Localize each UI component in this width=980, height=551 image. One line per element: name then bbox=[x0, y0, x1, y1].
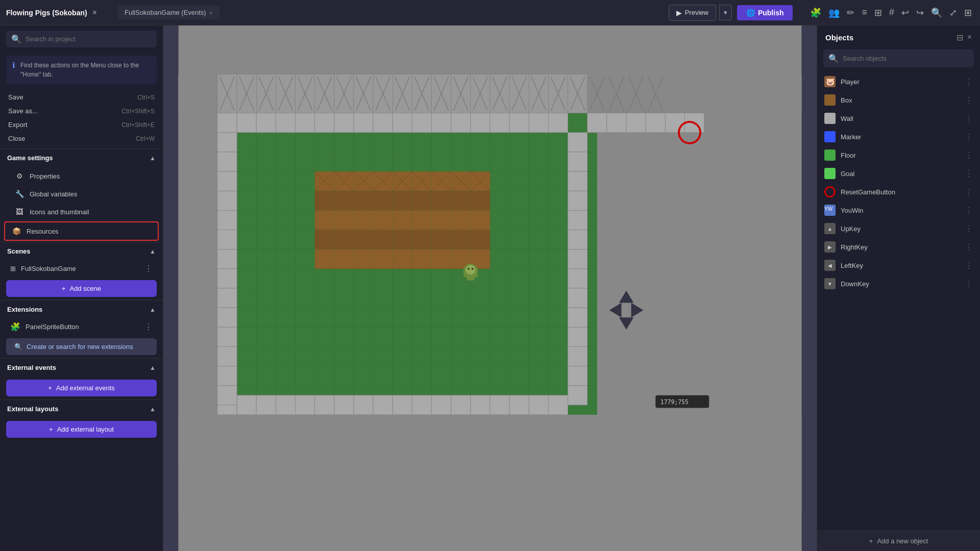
scene-more-icon[interactable]: ⋮ bbox=[144, 264, 153, 273]
menu-export[interactable]: Export Ctrl+Shift+E bbox=[6, 118, 157, 132]
add-object-plus-icon: + bbox=[869, 537, 873, 545]
object-down-key[interactable]: ▼ DownKey ⋮ bbox=[817, 274, 980, 293]
svg-rect-204 bbox=[373, 230, 393, 249]
filter-icon[interactable]: ⊟ bbox=[957, 33, 963, 42]
svg-rect-108 bbox=[568, 133, 587, 152]
right-panel: Objects ⊟ × 🔍 🐷 Player ⋮ Box ⋮ bbox=[817, 26, 980, 551]
rightkey-more-icon[interactable]: ⋮ bbox=[965, 242, 973, 252]
svg-rect-185 bbox=[354, 191, 373, 210]
upkey-more-icon[interactable]: ⋮ bbox=[965, 224, 973, 234]
svg-rect-63 bbox=[315, 113, 334, 133]
svg-rect-198 bbox=[432, 210, 451, 230]
properties-item[interactable]: ⚙ Properties bbox=[4, 167, 159, 185]
marker-more-icon[interactable]: ⋮ bbox=[965, 132, 973, 142]
events-tab[interactable]: FullSokobanGame (Events) × bbox=[117, 6, 219, 19]
zoom-out-icon[interactable]: 🔍 bbox=[929, 5, 944, 20]
panel-toolbar: ⊟ × bbox=[957, 33, 972, 42]
menu-close[interactable]: Close Ctrl+W bbox=[6, 132, 157, 145]
object-floor[interactable]: Floor ⋮ bbox=[817, 146, 980, 164]
downkey-more-icon[interactable]: ⋮ bbox=[965, 279, 973, 289]
game-settings-header[interactable]: Game settings ▲ bbox=[0, 149, 163, 167]
svg-rect-205 bbox=[393, 230, 412, 249]
svg-rect-60 bbox=[256, 113, 276, 133]
svg-rect-94 bbox=[217, 133, 237, 152]
close-window-icon[interactable]: × bbox=[92, 8, 97, 17]
leftkey-more-icon[interactable]: ⋮ bbox=[965, 261, 973, 270]
extension-more-icon[interactable]: ⋮ bbox=[144, 322, 153, 332]
undo-icon[interactable]: ↩ bbox=[899, 5, 911, 20]
svg-rect-73 bbox=[509, 113, 529, 133]
object-right-key[interactable]: ▶ RightKey ⋮ bbox=[817, 238, 980, 256]
svg-rect-96 bbox=[217, 171, 237, 191]
pencil-icon[interactable]: ✏ bbox=[845, 5, 856, 20]
object-left-key[interactable]: ◀ LeftKey ⋮ bbox=[817, 256, 980, 274]
object-up-key[interactable]: ▲ UpKey ⋮ bbox=[817, 219, 980, 238]
scenes-chevron-icon: ▲ bbox=[150, 248, 156, 255]
search-extensions-button[interactable]: 🔍 Create or search for new extensions bbox=[6, 338, 157, 355]
resources-item[interactable]: 📦 Resources bbox=[4, 221, 159, 241]
canvas-area[interactable]: 1779;755 bbox=[163, 26, 817, 551]
right-key-label: RightKey bbox=[841, 243, 960, 251]
full-sokoban-scene[interactable]: ⊞ FullSokobanGame ⋮ bbox=[0, 260, 163, 277]
object-player[interactable]: 🐷 Player ⋮ bbox=[817, 72, 980, 91]
panel-sprite-button-item[interactable]: 🧩 PanelSpriteButton ⋮ bbox=[0, 318, 163, 335]
preview-button[interactable]: ▶ Preview bbox=[669, 5, 716, 21]
svg-rect-121 bbox=[568, 386, 587, 405]
reset-more-icon[interactable]: ⋮ bbox=[965, 187, 973, 197]
svg-rect-84 bbox=[373, 395, 393, 415]
object-reset-game-button[interactable]: ResetGameButton ⋮ bbox=[817, 183, 980, 201]
object-goal[interactable]: Goal ⋮ bbox=[817, 164, 980, 183]
svg-rect-89 bbox=[471, 395, 490, 415]
goal-label: Goal bbox=[841, 170, 960, 178]
player-more-icon[interactable]: ⋮ bbox=[965, 77, 973, 87]
svg-rect-210 bbox=[315, 249, 334, 269]
svg-rect-87 bbox=[432, 395, 451, 415]
svg-rect-192 bbox=[315, 210, 334, 230]
icons-thumbnail-item[interactable]: 🖼 Icons and thumbnail bbox=[4, 203, 159, 220]
object-wall[interactable]: Wall ⋮ bbox=[817, 109, 980, 128]
extensions-header[interactable]: Extensions ▲ bbox=[0, 300, 163, 318]
list-icon[interactable]: ≡ bbox=[860, 5, 869, 20]
instance-icon[interactable]: 👥 bbox=[826, 5, 842, 20]
grid-icon[interactable]: # bbox=[887, 5, 896, 20]
svg-rect-71 bbox=[471, 113, 490, 133]
objects-panel-header: Objects ⊟ × bbox=[817, 26, 980, 49]
close-panel-icon[interactable]: × bbox=[967, 33, 972, 42]
add-object-button[interactable]: + Add a new object bbox=[817, 531, 980, 551]
layers-icon[interactable]: ⊞ bbox=[872, 5, 884, 20]
more-icon[interactable]: ⊞ bbox=[962, 5, 974, 20]
floor-more-icon[interactable]: ⋮ bbox=[965, 151, 973, 160]
scenes-header[interactable]: Scenes ▲ bbox=[0, 242, 163, 260]
add-external-events-button[interactable]: + Add external events bbox=[6, 380, 157, 396]
global-variables-item[interactable]: 🔧 Global variables bbox=[4, 185, 159, 203]
box-more-icon[interactable]: ⋮ bbox=[965, 95, 973, 105]
wall-more-icon[interactable]: ⋮ bbox=[965, 114, 973, 123]
svg-rect-107 bbox=[217, 386, 237, 405]
menu-save[interactable]: Save Ctrl+S bbox=[6, 90, 157, 104]
svg-rect-99 bbox=[217, 230, 237, 249]
svg-point-238 bbox=[465, 265, 475, 274]
objects-search-input[interactable] bbox=[843, 55, 969, 62]
object-box[interactable]: Box ⋮ bbox=[817, 91, 980, 109]
properties-icon: ⚙ bbox=[14, 171, 24, 181]
object-marker[interactable]: Marker ⋮ bbox=[817, 128, 980, 146]
redo-icon[interactable]: ↪ bbox=[914, 5, 926, 20]
floor-label: Floor bbox=[841, 152, 960, 159]
search-input[interactable] bbox=[26, 35, 152, 43]
upkey-thumbnail: ▲ bbox=[824, 223, 836, 234]
preview-dropdown-button[interactable]: ▾ bbox=[719, 5, 732, 20]
object-icon[interactable]: 🧩 bbox=[808, 5, 823, 20]
publish-button[interactable]: 🌐 Publish bbox=[737, 5, 793, 20]
external-layouts-header[interactable]: External layouts ▲ bbox=[0, 400, 163, 418]
add-external-layout-button[interactable]: + Add external layout bbox=[6, 421, 157, 438]
add-scene-button[interactable]: + Add scene bbox=[6, 280, 157, 297]
object-you-win[interactable]: YW YouWin ⋮ bbox=[817, 201, 980, 219]
menu-save-as[interactable]: Save as... Ctrl+Shift+S bbox=[6, 104, 157, 118]
goal-more-icon[interactable]: ⋮ bbox=[965, 169, 973, 179]
svg-rect-69 bbox=[432, 113, 451, 133]
svg-rect-209 bbox=[471, 230, 490, 249]
external-events-header[interactable]: External events ▲ bbox=[0, 359, 163, 377]
tab-close-icon[interactable]: × bbox=[209, 10, 212, 16]
youwin-more-icon[interactable]: ⋮ bbox=[965, 206, 973, 215]
resize-icon[interactable]: ⤢ bbox=[947, 5, 959, 20]
